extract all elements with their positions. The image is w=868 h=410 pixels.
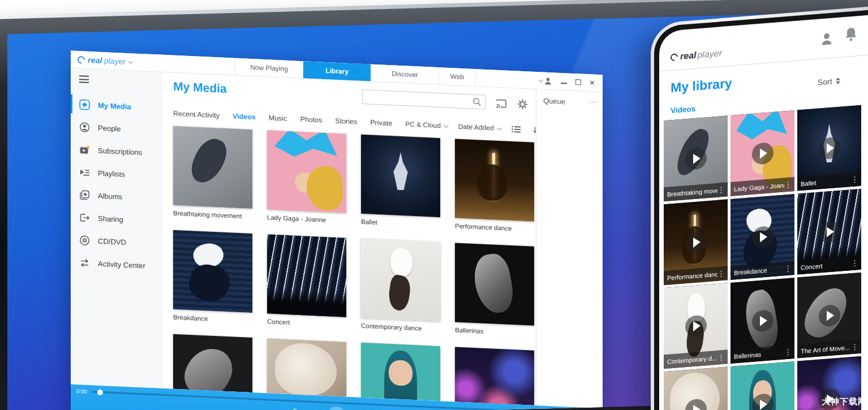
phone-video-tile[interactable]: Breathtaking move...⋮: [664, 115, 728, 201]
notifications-bell-icon[interactable]: [844, 26, 858, 42]
video-title: Concert: [267, 318, 346, 329]
queue-title: Queue: [543, 96, 565, 106]
video-tile[interactable]: [361, 343, 440, 405]
maximize-icon[interactable]: [575, 79, 581, 85]
phone-frame: real player My library Sort Videos Breat…: [651, 2, 868, 410]
phone-video-tile[interactable]: Concert⋮: [797, 189, 861, 275]
more-options-icon[interactable]: ⋮: [851, 175, 858, 184]
share-icon: [79, 212, 90, 223]
video-grid: Breathtaking movement Lady Gaga - Joanne…: [173, 126, 530, 405]
video-tile[interactable]: [455, 347, 534, 405]
seek-knob[interactable]: [97, 389, 103, 395]
play-button[interactable]: [328, 406, 345, 410]
phone-video-tile[interactable]: Ballet⋮: [797, 105, 861, 191]
video-thumbnail[interactable]: [361, 343, 440, 405]
gear-icon[interactable]: [517, 98, 528, 110]
phone-video-tile[interactable]: Contemporary d...⋮: [664, 283, 728, 369]
more-options-icon[interactable]: ⋮: [784, 180, 792, 189]
elapsed-time: 0:00: [76, 388, 87, 395]
video-title: Ballerinas: [455, 326, 534, 338]
cast-icon[interactable]: [495, 97, 508, 109]
search-input[interactable]: [362, 89, 485, 110]
video-title: Ballet: [361, 218, 440, 230]
search-field[interactable]: [363, 90, 469, 109]
more-options-icon[interactable]: ⋮: [717, 269, 725, 278]
video-tile[interactable]: Ballet: [361, 135, 440, 230]
more-options-icon[interactable]: ⋮: [784, 347, 792, 356]
sort-control[interactable]: Sort: [818, 76, 840, 87]
list-view-icon[interactable]: [512, 124, 521, 133]
filter-videos[interactable]: Videos: [233, 113, 256, 122]
video-tile[interactable]: Ballerinas: [455, 243, 534, 338]
video-title: Breakdance: [173, 314, 252, 325]
rewind-10-icon[interactable]: 10: [290, 408, 300, 410]
video-thumbnail[interactable]: [455, 347, 534, 405]
phone-screen: real player My library Sort Videos Breat…: [659, 11, 868, 410]
video-thumbnail[interactable]: [267, 234, 346, 317]
tab-now-playing[interactable]: Now Playing: [235, 58, 303, 78]
phone-video-tile[interactable]: [731, 361, 794, 410]
account-icon[interactable]: [539, 76, 552, 85]
sidebar-item-activity-center[interactable]: Activity Center: [71, 251, 163, 278]
video-thumbnail[interactable]: [455, 243, 534, 325]
chevron-down-icon[interactable]: [128, 59, 132, 63]
video-tile[interactable]: Lady Gaga - Joanne: [267, 130, 346, 225]
video-thumbnail[interactable]: [361, 135, 440, 217]
sort-dropdown[interactable]: Date Added: [458, 123, 501, 132]
video-thumbnail[interactable]: [173, 230, 252, 313]
video-title: Performance dance: [455, 222, 534, 234]
video-title: Breathtaking movement: [173, 210, 252, 221]
tab-discover[interactable]: Discover: [371, 64, 439, 84]
video-thumbnail[interactable]: [361, 239, 440, 321]
phone-section-videos[interactable]: Videos: [671, 105, 695, 115]
source-dropdown[interactable]: PC & Cloud: [405, 120, 448, 130]
video-thumbnail[interactable]: [267, 130, 346, 213]
close-icon[interactable]: ×: [590, 78, 595, 87]
sort-direction-icon[interactable]: ↓: [532, 126, 536, 135]
phone-video-tile[interactable]: Lady Gaga - Joanne⋮: [731, 110, 794, 196]
search-icon[interactable]: [469, 97, 485, 107]
hamburger-menu-icon[interactable]: [79, 75, 89, 83]
video-title: Lady Gaga - Joanne: [267, 214, 346, 225]
more-options-icon[interactable]: ⋮: [851, 342, 858, 351]
more-options-icon[interactable]: ⋮: [851, 258, 858, 267]
phone-video-tile[interactable]: [664, 366, 728, 410]
phone-video-tile[interactable]: Performance dance⋮: [664, 199, 728, 285]
video-thumbnail[interactable]: [173, 126, 252, 209]
scene: real player Now Playing Library Discover…: [0, 0, 868, 410]
minimize-icon[interactable]: [561, 83, 567, 84]
logo-text: real: [88, 55, 102, 65]
filter-music[interactable]: Music: [269, 114, 287, 122]
video-tile[interactable]: Contemporary dance: [361, 239, 440, 334]
phone-video-tile[interactable]: Breakdance⋮: [731, 194, 794, 280]
queue-panel: Queue ...: [536, 89, 603, 408]
sidebar-item-label: My Media: [98, 101, 131, 111]
star-badge-icon: [79, 99, 90, 110]
logo-swoosh-icon: [669, 52, 679, 62]
filter-recent-activity[interactable]: Recent Activity: [173, 110, 220, 120]
more-options-icon[interactable]: ⋮: [717, 185, 725, 195]
disc-icon: [79, 235, 90, 246]
video-tile[interactable]: Breathtaking movement: [173, 126, 252, 221]
video-tile[interactable]: Concert: [267, 234, 346, 329]
account-icon[interactable]: [819, 32, 834, 46]
phone-realplayer-logo: real player: [671, 48, 722, 62]
video-thumbnail[interactable]: [455, 139, 534, 221]
queue-menu-icon[interactable]: ...: [589, 98, 597, 102]
video-tile[interactable]: Performance dance: [455, 139, 534, 234]
phone-bezel: real player My library Sort Videos Breat…: [654, 6, 868, 410]
filter-private[interactable]: Private: [370, 119, 392, 128]
site-watermark: 大神下载网: [822, 396, 867, 407]
filter-photos[interactable]: Photos: [300, 115, 322, 124]
filter-stories[interactable]: Stories: [335, 117, 357, 126]
more-options-icon[interactable]: ⋮: [717, 353, 725, 362]
tab-web[interactable]: Web: [439, 67, 476, 86]
phone-video-tile[interactable]: Ballerinas⋮: [731, 278, 794, 364]
video-tile[interactable]: Breakdance: [173, 230, 252, 325]
logo-swoosh-icon: [76, 54, 86, 64]
main-content: My Media: [163, 72, 536, 405]
phone-video-tile[interactable]: The Art of Move...⋮: [797, 273, 861, 359]
window-controls: ×: [531, 71, 603, 92]
tab-library[interactable]: Library: [303, 61, 371, 81]
more-options-icon[interactable]: ⋮: [784, 264, 792, 273]
